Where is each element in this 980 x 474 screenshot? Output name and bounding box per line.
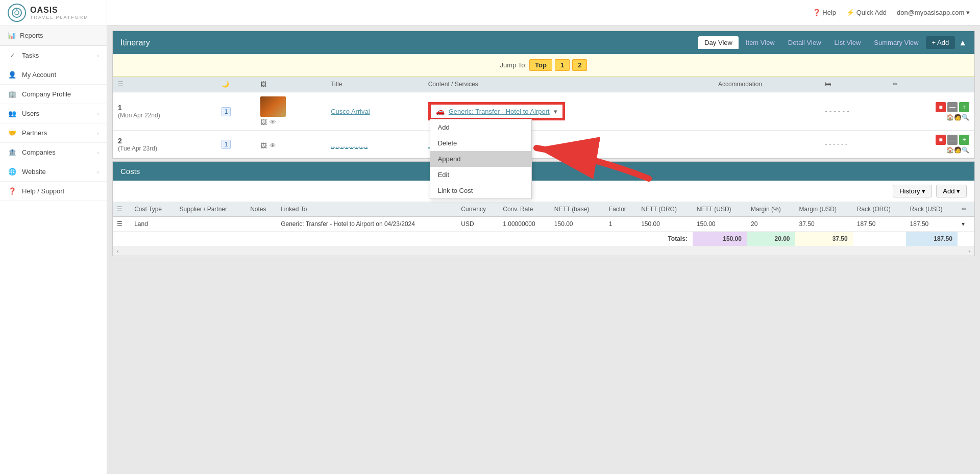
chart-icon: 📊 <box>8 32 16 39</box>
sidebar-item-my-account[interactable]: 👤 My Account <box>0 65 107 85</box>
day-number-1: 1 <box>118 104 211 112</box>
service-caret-icon: ▾ <box>554 108 557 115</box>
account-icon: 👤 <box>8 71 17 79</box>
image-icon: 🖼 <box>260 81 266 88</box>
scroll-right[interactable]: › <box>968 248 970 254</box>
tab-summary-view[interactable]: Summary View <box>868 36 924 49</box>
title-cell-2 <box>326 131 423 158</box>
sidebar-item-users[interactable]: 👥 Users › <box>0 104 107 123</box>
row-caret-icon[interactable]: ▾ <box>962 220 965 228</box>
nights-badge-1[interactable]: 1 <box>222 107 231 116</box>
tab-detail-view[interactable]: Detail View <box>782 36 827 49</box>
itinerary-table: ☰ 🌙 🖼 Title Content / Services Accommoda… <box>113 77 974 158</box>
nett-base-cell: 150.00 <box>550 217 605 232</box>
tasks-chevron: › <box>97 53 99 59</box>
total-rack-usd: 187.50 <box>906 232 958 246</box>
thumb-area-1: 🖼 👁 <box>260 96 321 126</box>
thumb-image-icon-2[interactable]: 🖼 <box>260 142 267 149</box>
costs-header-row: ☰ Cost Type Supplier / Partner Notes Lin… <box>113 202 974 217</box>
history-button[interactable]: History ▾ <box>893 185 932 197</box>
companies-chevron: › <box>97 149 99 156</box>
currency-cell: USD <box>457 217 499 232</box>
menu-item-edit[interactable]: Edit <box>430 167 531 183</box>
table-header-row: ☰ 🌙 🖼 Title Content / Services Accommoda… <box>113 77 974 92</box>
th-margin-usd: Margin (USD) <box>795 202 853 217</box>
day-number-2: 2 <box>118 137 211 145</box>
logo-sub: TRAVEL PLATFORM <box>30 15 89 20</box>
sidebar-item-companies[interactable]: 🏦 Companies › <box>0 143 107 162</box>
linked-to-cell: Generic: Transfer - Hotel to Airport on … <box>277 217 457 232</box>
company-icon: 🏢 <box>8 90 17 98</box>
edit-icon: ✏ <box>893 81 898 88</box>
tab-item-view[interactable]: Item View <box>740 36 781 49</box>
th-nett-usd: NETT (USD) <box>693 202 747 217</box>
supplier-cell <box>176 217 247 232</box>
thumb-eye-icon-2[interactable]: 👁 <box>270 142 276 149</box>
totals-row: Totals: 150.00 20.00 37.50 187.50 <box>113 232 974 246</box>
action-red-2[interactable]: ■ <box>936 135 946 145</box>
row-edit-cell: ▾ <box>958 217 974 232</box>
jump-1-button[interactable]: 1 <box>555 59 570 71</box>
itinerary-tabs: Day View Item View Detail View List View… <box>698 36 967 49</box>
accommodation-cell-1 <box>713 92 820 131</box>
action-gray-1[interactable]: — <box>947 102 958 112</box>
service-cell-1: 🚗 Generic: Transfer - Hotel to Airport ▾… <box>423 92 713 131</box>
sidebar-reports[interactable]: 📊 Reports <box>0 26 107 46</box>
accom-icons-cell-2: - - - - - - <box>820 131 888 158</box>
total-edit-empty <box>958 232 974 246</box>
action-green-1[interactable]: + <box>959 102 969 112</box>
sidebar-item-website[interactable]: 🌐 Website › <box>0 162 107 182</box>
title-link-1[interactable]: Cusco Arrival <box>331 108 370 115</box>
history-caret-icon: ▾ <box>922 187 925 195</box>
cost-type-cell: Land <box>130 217 175 232</box>
rack-usd-cell: 187.50 <box>906 217 958 232</box>
jump-2-button[interactable]: 2 <box>572 59 587 71</box>
th-conv-rate: Conv. Rate <box>499 202 550 217</box>
accom-icons-1: - - - - - - <box>825 107 883 115</box>
title-link-2[interactable] <box>331 140 368 149</box>
action-red-1[interactable]: ■ <box>936 102 946 112</box>
totals-label: Totals: <box>113 232 693 246</box>
costs-header: Costs <box>113 162 974 181</box>
day-date-1: (Mon Apr 22nd) <box>118 112 211 119</box>
sidebar: OASIS TRAVEL PLATFORM 📊 Reports ✓ Tasks … <box>0 0 107 474</box>
total-margin-pct: 20.00 <box>747 232 795 246</box>
jump-top-button[interactable]: Top <box>529 59 552 71</box>
action-green-2[interactable]: + <box>959 135 969 145</box>
logo-text: OASIS <box>30 6 89 15</box>
th-order: ☰ <box>113 77 216 92</box>
menu-item-append[interactable]: Append <box>430 151 531 167</box>
collapse-button[interactable]: ▲ <box>959 38 967 47</box>
cost-add-button[interactable]: Add ▾ <box>936 185 967 197</box>
accommodation-cell-2 <box>713 131 820 158</box>
thumb-image-icon[interactable]: 🖼 <box>260 118 267 126</box>
th-notes: Notes <box>246 202 277 217</box>
sidebar-item-company-profile[interactable]: 🏢 Company Profile <box>0 85 107 104</box>
thumbnail-1 <box>260 96 286 117</box>
quickadd-link[interactable]: ⚡ Quick Add <box>846 9 887 16</box>
sidebar-item-help-support[interactable]: ❓ Help / Support <box>0 182 107 201</box>
tab-list-view[interactable]: List View <box>828 36 867 49</box>
cost-row-icon: ☰ <box>113 217 130 232</box>
action-gray-2[interactable]: — <box>947 135 958 145</box>
itinerary-add-button[interactable]: + Add <box>926 36 955 49</box>
scroll-left[interactable]: ‹ <box>117 248 119 254</box>
service-dropdown-button[interactable]: 🚗 Generic: Transfer - Hotel to Airport ▾ <box>430 104 564 119</box>
thumb-eye-icon[interactable]: 👁 <box>270 118 276 126</box>
tab-day-view[interactable]: Day View <box>698 36 739 49</box>
service-dropdown-menu: Add Delete Append Edit Link to Cost <box>430 119 532 199</box>
help-circle-icon: ❓ <box>813 9 821 16</box>
costs-panel: Costs History ▾ Add ▾ ☰ Cost Type Supp <box>112 161 975 256</box>
menu-item-add[interactable]: Add <box>430 119 531 135</box>
menu-item-link-cost[interactable]: Link to Cost <box>430 183 531 198</box>
user-menu[interactable]: don@myoasisapp.com ▾ <box>897 9 970 16</box>
nights-badge-2[interactable]: 1 <box>222 140 231 149</box>
th-supplier: Supplier / Partner <box>176 202 247 217</box>
sidebar-item-tasks[interactable]: ✓ Tasks › <box>0 46 107 65</box>
users-chevron: › <box>97 111 99 117</box>
logo-area: OASIS TRAVEL PLATFORM <box>0 0 107 26</box>
sidebar-item-partners[interactable]: 🤝 Partners › <box>0 123 107 143</box>
help-link[interactable]: ❓ Help <box>813 9 836 16</box>
car-icon: 🚗 <box>436 107 445 115</box>
menu-item-delete[interactable]: Delete <box>430 135 531 151</box>
